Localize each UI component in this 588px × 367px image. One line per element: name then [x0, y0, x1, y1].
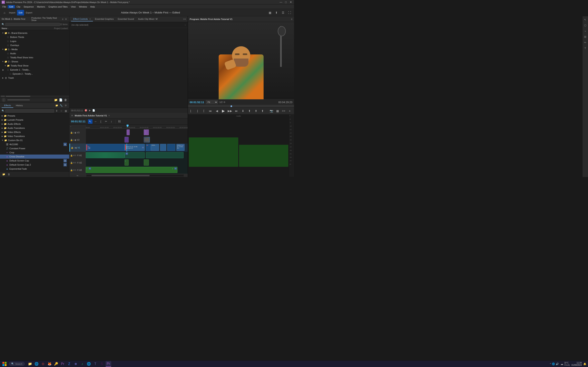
effect-group-lumetri[interactable]: ▶ 📁 Lumetri Presets: [0, 118, 69, 122]
effects-add-icon[interactable]: 🔧: [60, 104, 63, 108]
playhead-icon[interactable]: ▶: [89, 109, 91, 112]
effect-group-video-transitions[interactable]: ▶ 📁 Video Transitions: [0, 134, 69, 138]
home-button[interactable]: ⌂: [2, 10, 7, 16]
import-button[interactable]: Import: [7, 10, 17, 16]
lock-icon[interactable]: 🔒: [70, 162, 73, 164]
track-select-tool[interactable]: ↔: [93, 119, 98, 124]
solo-icon[interactable]: S: [75, 162, 76, 164]
tree-item-shows[interactable]: ▼ 📁 2 - Shows: [0, 59, 69, 64]
menu-window[interactable]: Window: [77, 5, 89, 8]
eye-icon[interactable]: □: [74, 147, 75, 149]
name-column-header[interactable]: Name: [2, 27, 7, 30]
effect-item-exponential-fade[interactable]: ◈ Exponential Fade: [0, 167, 69, 171]
effect-group-video-effects[interactable]: ▶ 📁 Video Effects: [0, 130, 69, 134]
menu-help[interactable]: Help: [89, 5, 96, 8]
timeline-menu-icon[interactable]: ≡: [109, 114, 110, 117]
tree-item-logos[interactable]: □ Logos: [0, 39, 69, 43]
clip-v1-1[interactable]: 20... fx: [86, 144, 125, 151]
mic-icon[interactable]: 🎙: [77, 154, 79, 157]
link-icon[interactable]: ◐: [75, 147, 77, 149]
export-frame-icon[interactable]: 📷: [269, 108, 274, 114]
tab-essential-graphics[interactable]: Essential Graphics: [93, 17, 116, 21]
close-tab-icon[interactable]: ✕: [89, 18, 91, 20]
tree-item-bottom-thirds[interactable]: □ Bottom Thirds: [0, 35, 69, 39]
razor-tool[interactable]: ✂: [104, 119, 108, 124]
tab-effect-controls[interactable]: Effect Controls ✕: [71, 17, 93, 21]
menu-sequence[interactable]: Sequence: [22, 5, 35, 8]
new-item-icon[interactable]: 📄: [59, 98, 63, 102]
clip-v1-4[interactable]: 2024-...: [151, 144, 159, 151]
project-search-input[interactable]: [5, 23, 60, 26]
tree-item-episode1[interactable]: ▶ □ Episode 1 - Totally...: [0, 68, 69, 72]
tree-item-trash[interactable]: ▶ 🗑 Trash: [0, 76, 69, 80]
track-content-v2[interactable]: [86, 136, 188, 143]
delete-effect-icon[interactable]: 🗑: [7, 172, 11, 176]
new-folder-icon[interactable]: 📁: [54, 98, 58, 102]
expand-icon[interactable]: ≡: [61, 17, 64, 21]
add-button[interactable]: +: [287, 108, 292, 114]
workspace-icon[interactable]: ▦: [267, 10, 273, 16]
effects-menu-icon[interactable]: ⚙: [64, 104, 68, 108]
menu-clip[interactable]: Clip: [15, 5, 22, 8]
play-button[interactable]: ▶: [221, 108, 226, 114]
mark-clip-button[interactable]: ⌈: [201, 108, 207, 114]
expand-button[interactable]: ›: [185, 24, 186, 26]
track-content-v3[interactable]: [86, 129, 188, 136]
scroll-track[interactable]: [6, 96, 68, 97]
tree-item-brand-elements[interactable]: ▼ 📁 0 - Brand Elements: [0, 31, 69, 35]
sort-icon[interactable]: ↑: [8, 27, 9, 30]
clip-v2-2[interactable]: [144, 137, 150, 142]
lock-icon[interactable]: 🔒: [70, 169, 73, 171]
menu-graphics[interactable]: Graphics and Titles: [47, 5, 69, 8]
more-controls-icon[interactable]: >>: [281, 108, 286, 114]
timeline-scroll-right[interactable]: [184, 174, 188, 177]
eye-icon[interactable]: □: [73, 139, 74, 141]
mute-icon[interactable]: M: [73, 154, 75, 156]
clip-a1-1[interactable]: [86, 152, 125, 158]
mark-out-button[interactable]: ⌋: [195, 108, 200, 114]
scrub-head[interactable]: [231, 105, 232, 107]
effects-grid-icon[interactable]: ▦: [64, 109, 68, 113]
solo-icon[interactable]: S: [75, 169, 76, 171]
timeline-current-time[interactable]: 00:01:52:11: [71, 120, 86, 123]
effect-item-4k21080[interactable]: 🎬 4k21080 ▦: [0, 142, 69, 146]
solo-icon[interactable]: S: [75, 154, 76, 156]
project-scroll[interactable]: [0, 95, 69, 97]
pm-settings-icon[interactable]: ⚙: [223, 101, 225, 104]
pm-scrub-bar[interactable]: [188, 105, 294, 107]
filter-icon[interactable]: 🎯: [85, 109, 87, 112]
mute-icon[interactable]: M: [73, 162, 75, 164]
scrub-track[interactable]: [188, 105, 294, 107]
clip-v3-2[interactable]: [144, 129, 146, 135]
tree-item-totally-real-show[interactable]: ▼ 📁 Totally Real Show: [0, 64, 69, 68]
go-to-out-button[interactable]: ⏭: [234, 108, 239, 114]
effect-item-cross-dissolve[interactable]: ◈ Cross Dissolve: [0, 155, 69, 159]
step-forward-button[interactable]: ▶▶: [227, 108, 233, 114]
close-button[interactable]: ✕: [289, 1, 292, 4]
tab-essential-sound[interactable]: Essential Sound: [116, 17, 136, 21]
tree-item-media[interactable]: ▼ 📁 1 - Media: [0, 47, 69, 51]
linked-select[interactable]: ⛓: [117, 119, 122, 124]
lock-icon[interactable]: 🔒: [70, 139, 73, 141]
link-icon[interactable]: ◐: [75, 132, 77, 134]
effect-item-crop[interactable]: ✂ Crop: [0, 150, 69, 155]
effect-item-default-screen-cap[interactable]: ◈ Default Screen Cap ▦: [0, 159, 69, 163]
scroll-thumb[interactable]: [91, 175, 150, 176]
export-frame-icon[interactable]: 📄: [92, 109, 95, 112]
tree-item-overlays[interactable]: □ Overlays: [0, 43, 69, 47]
effect-group-audio-effects[interactable]: ▶ 📁 Audio Effects: [0, 122, 69, 126]
tab-effects[interactable]: Effects: [2, 103, 13, 108]
pm-current-time[interactable]: 00:01:52:11: [190, 101, 204, 104]
selection-tool[interactable]: ↖: [88, 119, 93, 124]
pm-zoom-select[interactable]: Fit 25% 50% 100%: [206, 100, 218, 104]
comparison-icon[interactable]: ▦: [275, 108, 280, 114]
close-panel-icon[interactable]: ✕: [64, 17, 68, 21]
clip-a1-2[interactable]: fx: [125, 152, 145, 158]
clip-v1-6[interactable]: [167, 144, 175, 151]
settings-icon[interactable]: ☰: [280, 10, 286, 16]
clip-a2-2[interactable]: [144, 159, 149, 166]
tab-audio-clip-mixer[interactable]: Audio Clip Mixer: M: [136, 17, 159, 21]
effect-group-custom-bin[interactable]: ▼ 📁 Custom Bin 01: [0, 138, 69, 142]
effects-filter-icon[interactable]: 🎚: [55, 109, 59, 113]
lock-icon[interactable]: 🔒: [70, 154, 73, 157]
